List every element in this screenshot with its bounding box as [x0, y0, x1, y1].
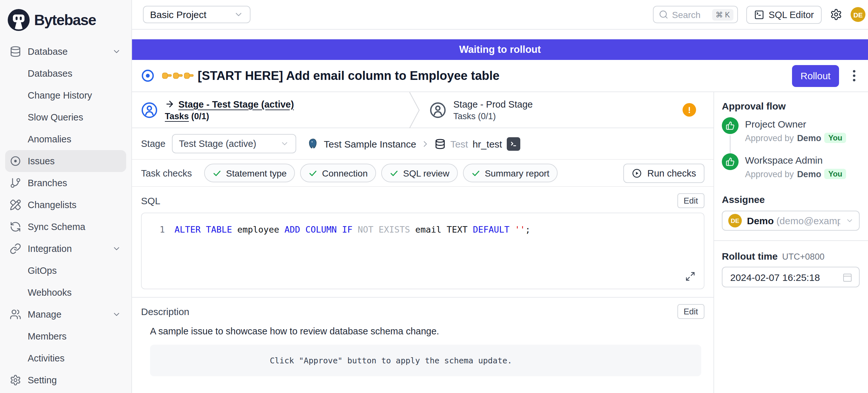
stage-select-row: Stage Test Stage (active) Test Sample In…: [132, 128, 713, 160]
bytebase-logo-icon: [8, 9, 30, 31]
check-pill-connection[interactable]: Connection: [300, 164, 376, 182]
link-icon: [10, 243, 21, 254]
settings-gear-icon[interactable]: [830, 8, 842, 21]
sidebar-item-slow-queries[interactable]: Slow Queries: [5, 106, 126, 128]
database-icon: [435, 138, 446, 149]
rollout-time-heading: Rollout time UTC+0800: [722, 251, 860, 262]
sql-section-header: SQL Edit: [132, 187, 713, 208]
timezone-label: UTC+0800: [782, 252, 824, 262]
open-sql-editor-icon[interactable]: [506, 137, 520, 150]
circle-dot-icon: [10, 155, 21, 167]
expand-editor-icon[interactable]: [685, 271, 695, 281]
approval-role: Workspace Admin: [745, 153, 846, 165]
assignee-email: (demo@example: [776, 215, 840, 226]
sql-editor-view[interactable]: 1ALTER TABLE employee ADD COLUMN IF NOT …: [141, 213, 705, 289]
stage-selector[interactable]: Test Stage (active): [172, 134, 296, 153]
you-badge: You: [825, 169, 846, 179]
chevron-down-icon: [845, 216, 854, 225]
database-icon: [10, 46, 21, 57]
sidebar-item-manage[interactable]: Manage: [5, 303, 126, 325]
chevron-down-icon: [112, 244, 121, 253]
approval-flow-heading: Approval flow: [722, 100, 860, 112]
gear-icon: [10, 374, 21, 386]
sql-editor-button[interactable]: SQL Editor: [746, 5, 822, 24]
check-pill-statement-type[interactable]: Statement type: [204, 164, 295, 182]
environment-label: Test: [451, 138, 468, 149]
sidebar-item-database[interactable]: Database: [5, 40, 126, 62]
sidebar-item-databases[interactable]: Databases: [5, 62, 126, 84]
stage-tab-test[interactable]: Stage - Test Stage (active) Tasks (0/1): [132, 92, 409, 127]
task-check-pills: Statement type Connection SQL review: [204, 164, 558, 182]
sidebar-item-setting[interactable]: Setting: [5, 369, 126, 391]
terminal-icon: [754, 9, 764, 20]
sidebar-item-issues[interactable]: Issues: [5, 150, 126, 172]
sidebar-nav: Database Databases Change History Slow Q…: [5, 40, 126, 391]
brand-logo[interactable]: Bytebase: [5, 7, 126, 33]
sql-edit-button[interactable]: Edit: [677, 193, 705, 208]
sidebar-item-gitops[interactable]: GitOps: [5, 260, 126, 281]
approver-name: Demo: [797, 133, 821, 143]
task-checks-row: Task checks Statement type Connection: [132, 160, 713, 187]
stage-separator: [409, 92, 421, 127]
search-placeholder: Search: [672, 9, 701, 20]
line-number: 1: [142, 224, 165, 235]
check-pill-sql-review[interactable]: SQL review: [381, 164, 458, 182]
assignee-avatar: DE: [728, 214, 742, 228]
stage-person-icon: [430, 101, 446, 118]
thumbs-up-icon: [722, 153, 739, 170]
database-link[interactable]: hr_test: [473, 138, 502, 149]
sidebar-divider: [714, 240, 868, 241]
check-pill-summary-report[interactable]: Summary report: [463, 164, 558, 182]
sidebar-item-activities[interactable]: Activities: [5, 347, 126, 369]
assignee-heading: Assignee: [722, 194, 860, 205]
approval-role: Project Owner: [745, 117, 846, 129]
sidebar-item-change-history[interactable]: Change History: [5, 84, 126, 106]
app-window: Bytebase Database Databases Change Histo…: [0, 0, 868, 393]
assignee-name: Demo: [747, 215, 774, 226]
sidebar-item-branches[interactable]: Branches: [5, 172, 126, 194]
sidebar-item-members[interactable]: Members: [5, 325, 126, 347]
sidebar-item-webhooks[interactable]: Webhooks: [5, 281, 126, 303]
step-connector: [730, 135, 731, 155]
approval-step-project-owner: Project Owner Approved by Demo You: [722, 117, 860, 143]
approval-status: Approved by Demo You: [745, 133, 846, 143]
stage-tab-prod[interactable]: Stage - Prod Stage Tasks (0/1): [421, 92, 713, 127]
refresh-icon: [10, 221, 21, 233]
play-circle-icon: [632, 168, 642, 178]
rollout-time-input[interactable]: 2024-02-07 16:25:18: [722, 267, 860, 288]
kebab-menu-icon[interactable]: [849, 67, 859, 84]
stage-tasks-link[interactable]: Tasks (0/1): [165, 111, 294, 121]
topbar: Basic Project Search ⌘ K SQL Editor DE: [132, 0, 868, 30]
issue-title-row: [START HERE] Add email column to Employe…: [132, 60, 868, 92]
git-branch-icon: [10, 177, 21, 189]
description-edit-button[interactable]: Edit: [677, 304, 705, 319]
issue-title: [START HERE] Add email column to Employe…: [198, 69, 499, 83]
approver-name: Demo: [797, 169, 821, 179]
issue-sidebar: Approval flow Project Owner Approved by …: [713, 92, 868, 393]
assignee-selector[interactable]: DE Demo (demo@example: [722, 211, 860, 231]
sidebar-item-integration[interactable]: Integration: [5, 238, 126, 260]
main-column: Basic Project Search ⌘ K SQL Editor DE W…: [132, 0, 868, 393]
approval-status: Approved by Demo You: [745, 169, 846, 179]
instance-link[interactable]: Test Sample Instance: [324, 138, 416, 149]
sidebar-item-changelists[interactable]: Changelists: [5, 194, 126, 216]
project-selector[interactable]: Basic Project: [143, 6, 250, 23]
stage-person-icon: [141, 101, 158, 118]
stage-strip: Stage - Test Stage (active) Tasks (0/1): [132, 92, 713, 128]
you-badge: You: [825, 133, 846, 143]
user-avatar[interactable]: DE: [850, 7, 865, 22]
run-checks-button[interactable]: Run checks: [623, 163, 705, 183]
sidebar-item-sync-schema[interactable]: Sync Schema: [5, 216, 126, 238]
issue-status-icon: [141, 69, 155, 83]
calendar-icon[interactable]: [842, 272, 852, 282]
stage-text: Stage - Test Stage (active) Tasks (0/1): [165, 99, 294, 121]
pointing-hand-emoji: [162, 71, 194, 80]
rollout-button[interactable]: Rollout: [792, 65, 839, 87]
arrow-right-icon: [165, 99, 175, 109]
content-row: Stage - Test Stage (active) Tasks (0/1): [132, 92, 868, 393]
search-input[interactable]: Search ⌘ K: [653, 6, 738, 23]
sql-statement-line: 1ALTER TABLE employee ADD COLUMN IF NOT …: [142, 224, 704, 235]
sidebar-item-anomalies[interactable]: Anomalies: [5, 128, 126, 150]
status-banner: Waiting to rollout: [132, 39, 868, 60]
users-icon: [10, 309, 21, 320]
